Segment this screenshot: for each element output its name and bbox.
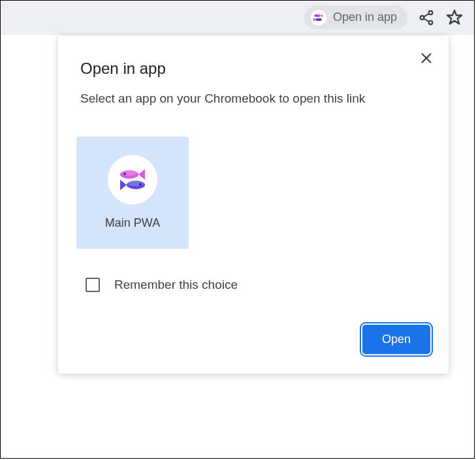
remember-choice-row: Remember this choice xyxy=(86,278,430,292)
remember-checkbox[interactable] xyxy=(86,278,100,292)
open-in-app-dialog: Open in app Select an app on your Chrome… xyxy=(58,36,449,374)
svg-line-7 xyxy=(424,13,429,16)
dialog-subtitle: Select an app on your Chromebook to open… xyxy=(80,90,413,108)
svg-point-0 xyxy=(314,14,321,16)
svg-point-5 xyxy=(420,16,424,20)
app-tile-main-pwa[interactable]: Main PWA xyxy=(76,137,189,249)
open-in-app-chip[interactable]: Open in app xyxy=(304,6,407,29)
dialog-actions: Open xyxy=(80,325,430,354)
remember-label: Remember this choice xyxy=(114,278,238,292)
browser-toolbar: Open in app xyxy=(1,1,474,35)
open-button[interactable]: Open xyxy=(362,325,430,354)
svg-point-17 xyxy=(139,183,142,186)
close-icon xyxy=(419,51,434,65)
dialog-title: Open in app xyxy=(80,59,430,78)
app-icon xyxy=(108,155,157,205)
svg-point-6 xyxy=(429,20,433,24)
svg-point-1 xyxy=(315,14,317,16)
svg-point-2 xyxy=(315,18,322,20)
open-chip-label: Open in app xyxy=(333,10,397,24)
svg-marker-9 xyxy=(447,10,462,24)
star-icon[interactable] xyxy=(445,8,464,27)
app-tile-label: Main PWA xyxy=(105,216,160,230)
svg-point-3 xyxy=(319,18,321,20)
svg-point-4 xyxy=(429,10,433,14)
close-button[interactable] xyxy=(417,49,436,67)
share-icon[interactable] xyxy=(418,9,435,26)
svg-point-14 xyxy=(123,172,126,175)
app-icon xyxy=(311,10,326,25)
svg-line-8 xyxy=(424,18,429,22)
